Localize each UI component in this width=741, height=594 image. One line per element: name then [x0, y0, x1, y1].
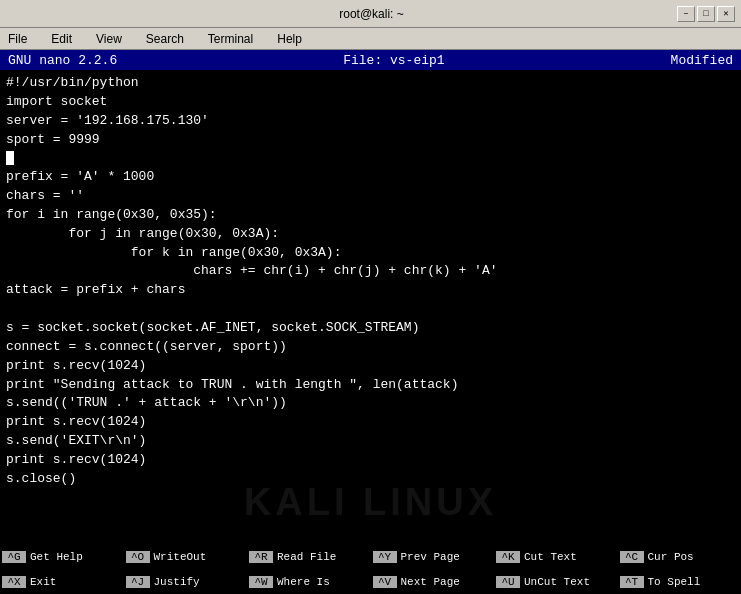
- code-editor[interactable]: #!/usr/bin/python import socket server =…: [0, 70, 741, 544]
- menu-item-search[interactable]: Search: [142, 30, 188, 48]
- shortcut-item: ^OWriteOut: [124, 544, 248, 569]
- maximize-button[interactable]: □: [697, 6, 715, 22]
- shortcut-label: Get Help: [30, 551, 83, 563]
- shortcut-key[interactable]: ^X: [2, 576, 26, 588]
- nano-modified: Modified: [671, 53, 733, 68]
- nano-version: GNU nano 2.2.6: [8, 53, 117, 68]
- shortcut-label: Where Is: [277, 576, 330, 588]
- shortcut-key[interactable]: ^J: [126, 576, 150, 588]
- shortcut-key[interactable]: ^V: [373, 576, 397, 588]
- menu-item-help[interactable]: Help: [273, 30, 306, 48]
- menu-item-file[interactable]: File: [4, 30, 31, 48]
- minimize-button[interactable]: –: [677, 6, 695, 22]
- editor-area[interactable]: #!/usr/bin/python import socket server =…: [0, 70, 741, 544]
- shortcut-key[interactable]: ^G: [2, 551, 26, 563]
- shortcut-label: To Spell: [648, 576, 701, 588]
- shortcut-label: Cut Text: [524, 551, 577, 563]
- shortcut-label: Next Page: [401, 576, 460, 588]
- shortcut-item: ^YPrev Page: [371, 544, 495, 569]
- shortcut-item: ^RRead File: [247, 544, 371, 569]
- text-cursor: [6, 151, 14, 165]
- shortcut-item: ^CCur Pos: [618, 544, 742, 569]
- shortcut-label: Exit: [30, 576, 56, 588]
- shortcut-label: Justify: [154, 576, 200, 588]
- shortcut-item: ^JJustify: [124, 569, 248, 594]
- shortcut-item: ^XExit: [0, 569, 124, 594]
- menu-item-edit[interactable]: Edit: [47, 30, 76, 48]
- shortcut-label: Cur Pos: [648, 551, 694, 563]
- shortcut-label: Prev Page: [401, 551, 460, 563]
- shortcut-item: ^VNext Page: [371, 569, 495, 594]
- shortcut-label: UnCut Text: [524, 576, 590, 588]
- shortcut-item: ^GGet Help: [0, 544, 124, 569]
- shortcut-key[interactable]: ^K: [496, 551, 520, 563]
- nano-filename: File: vs-eip1: [343, 53, 444, 68]
- shortcut-bar: ^GGet Help^OWriteOut^RRead File^YPrev Pa…: [0, 544, 741, 594]
- shortcut-label: Read File: [277, 551, 336, 563]
- window-title: root@kali: ~: [66, 7, 677, 21]
- menu-item-view[interactable]: View: [92, 30, 126, 48]
- shortcut-label: WriteOut: [154, 551, 207, 563]
- shortcut-item: ^TTo Spell: [618, 569, 742, 594]
- shortcut-key[interactable]: ^T: [620, 576, 644, 588]
- window-controls[interactable]: – □ ✕: [677, 6, 735, 22]
- shortcut-key[interactable]: ^C: [620, 551, 644, 563]
- shortcut-item: ^WWhere Is: [247, 569, 371, 594]
- shortcut-item: ^KCut Text: [494, 544, 618, 569]
- shortcut-key[interactable]: ^R: [249, 551, 273, 563]
- shortcut-key[interactable]: ^Y: [373, 551, 397, 563]
- nano-status-bar: GNU nano 2.2.6 File: vs-eip1 Modified: [0, 50, 741, 70]
- shortcut-key[interactable]: ^W: [249, 576, 273, 588]
- shortcut-row-2: ^XExit^JJustify^WWhere Is^VNext Page^UUn…: [0, 569, 741, 594]
- shortcut-key[interactable]: ^U: [496, 576, 520, 588]
- menu-bar: FileEditViewSearchTerminalHelp: [0, 28, 741, 50]
- close-button[interactable]: ✕: [717, 6, 735, 22]
- title-bar: root@kali: ~ – □ ✕: [0, 0, 741, 28]
- shortcut-key[interactable]: ^O: [126, 551, 150, 563]
- shortcut-row-1: ^GGet Help^OWriteOut^RRead File^YPrev Pa…: [0, 544, 741, 569]
- menu-item-terminal[interactable]: Terminal: [204, 30, 257, 48]
- shortcut-item: ^UUnCut Text: [494, 569, 618, 594]
